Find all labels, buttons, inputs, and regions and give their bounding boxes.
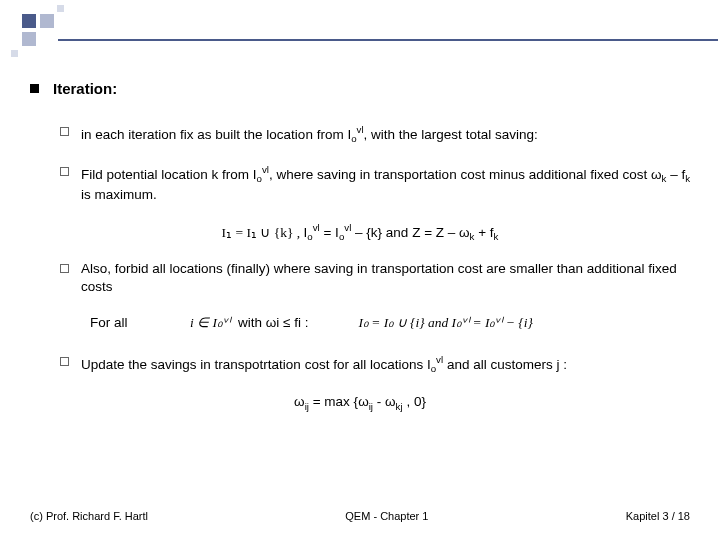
t: in each iteration fix as built the locat… — [81, 127, 351, 142]
sub: ij — [369, 400, 373, 411]
forall-label: For all — [90, 315, 150, 330]
t: – f — [666, 167, 685, 182]
t: and all customers j : — [443, 357, 567, 372]
item-1-text: in each iteration fix as built the locat… — [81, 123, 538, 145]
sub: kj — [396, 400, 403, 411]
footer-left: (c) Prof. Richard F. Hartl — [30, 510, 148, 522]
forall-line: For all i ∈ I₀ᵛˡ with ωi ≤ fi : I₀ = I₀ … — [90, 314, 690, 331]
item-1: in each iteration fix as built the locat… — [30, 123, 690, 145]
sub: k — [494, 231, 499, 242]
t: = I — [323, 224, 338, 239]
heading-row: Iteration: — [30, 80, 690, 97]
heading-text: Iteration: — [53, 80, 117, 97]
t: is maximum. — [81, 187, 157, 202]
square-light-1 — [40, 14, 54, 28]
bullet-solid-icon — [30, 84, 39, 93]
item-4: Update the savings in transpotrtation co… — [30, 353, 690, 375]
bullet-hollow-icon — [60, 127, 69, 136]
square-dark — [22, 14, 36, 28]
item-2: Fild potential location k from Iovl, whe… — [30, 163, 690, 204]
sub: k — [470, 231, 475, 242]
header-rule — [58, 39, 718, 41]
t: Fild potential location k from I — [81, 167, 257, 182]
t: = max {ω — [313, 394, 369, 409]
t: , where saving in transportation cost mi… — [269, 167, 662, 182]
sup: vl — [313, 222, 320, 233]
slide-content: Iteration: in each iteration fix as buil… — [30, 80, 690, 429]
formula-1: I₁ = I₁ ∪ {k} , Iovl = Iovl – {k} and Z … — [30, 222, 690, 242]
sup: vl — [344, 222, 351, 233]
forall-rhs: I₀ = I₀ ∪ {i} and I₀ᵛˡ = I₀ᵛˡ − {i} — [358, 314, 532, 331]
sub: k — [685, 173, 690, 184]
footer: (c) Prof. Richard F. Hartl QEM - Chapter… — [30, 510, 690, 522]
t: Update the savings in transpotrtation co… — [81, 357, 431, 372]
bullet-hollow-icon — [60, 167, 69, 176]
t: ω — [294, 394, 305, 409]
t: , 0} — [406, 394, 426, 409]
formula-3: ωij = max {ωij - ωkj , 0} — [30, 394, 690, 412]
forall-mid: with ωi ≤ fi : — [238, 315, 308, 330]
bullet-hollow-icon — [60, 264, 69, 273]
item-2-text: Fild potential location k from Iovl, whe… — [81, 163, 690, 204]
item-3: Also, forbid all locations (finally) whe… — [30, 260, 690, 296]
t: – {k} and Z = Z – ω — [355, 224, 469, 239]
sup: vl — [357, 124, 364, 135]
forall-math: i ∈ I₀ᵛˡ — [190, 314, 230, 331]
item-4-text: Update the savings in transpotrtation co… — [81, 353, 567, 375]
sub: ij — [305, 400, 309, 411]
square-tiny-1 — [57, 5, 64, 12]
corner-decoration — [0, 0, 130, 50]
bullet-hollow-icon — [60, 357, 69, 366]
f1-lhs: I₁ = I₁ ∪ {k} , — [222, 224, 304, 239]
t: , with the largest total saving: — [364, 127, 538, 142]
item-3-text: Also, forbid all locations (finally) whe… — [81, 260, 690, 296]
square-light-2 — [22, 32, 36, 46]
t: + f — [478, 224, 493, 239]
square-tiny-2 — [11, 50, 18, 57]
t: - ω — [377, 394, 396, 409]
footer-right: Kapitel 3 / 18 — [626, 510, 690, 522]
sup: vl — [262, 164, 269, 175]
footer-center: QEM - Chapter 1 — [345, 510, 428, 522]
